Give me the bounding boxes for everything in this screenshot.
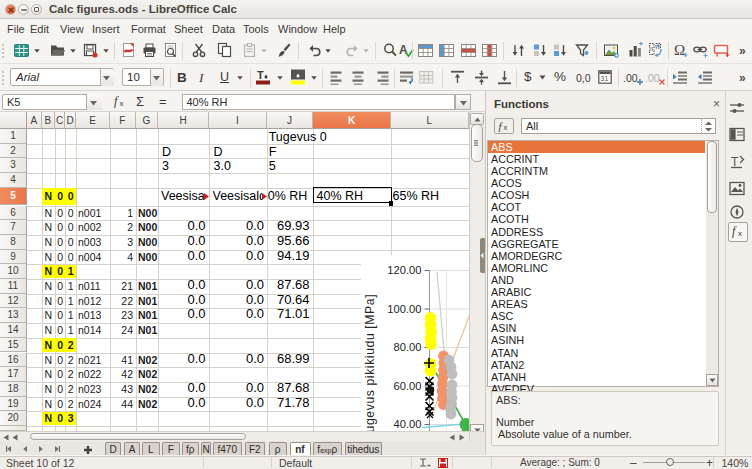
svg-text:60.00: 60.00 [393,380,421,392]
svg-text:Tugevus pikikiudu [MPa]: Tugevus pikikiudu [MPa] [363,294,377,431]
svg-text:120.00: 120.00 [387,264,421,276]
svg-text:100.00: 100.00 [387,303,421,315]
svg-text:40.00: 40.00 [393,418,421,430]
svg-text:T: T [257,69,264,81]
svg-text:31: 31 [601,75,609,82]
svg-text:80.00: 80.00 [393,341,421,353]
svg-text:Ω: Ω [674,42,685,58]
